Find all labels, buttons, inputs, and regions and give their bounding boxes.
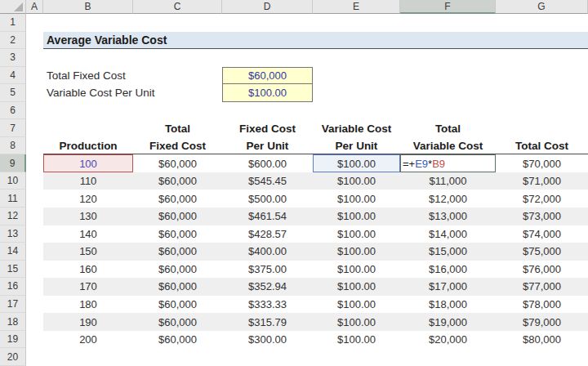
cell-A5[interactable]: [26, 84, 43, 102]
cell-A4[interactable]: [26, 67, 43, 85]
row-header-5[interactable]: 5: [0, 84, 26, 102]
total-fixed-cost-cell[interactable]: $60,000: [133, 278, 222, 296]
select-all-corner[interactable]: [0, 0, 26, 14]
total-cost-cell[interactable]: $71,000: [496, 172, 588, 190]
row-header-18[interactable]: 18: [0, 313, 26, 331]
total-fixed-cost-cell[interactable]: $60,000: [133, 296, 222, 314]
empty-cells[interactable]: [26, 102, 588, 120]
total-cost-cell[interactable]: $77,000: [496, 278, 588, 296]
fixed-cost-per-unit-cell[interactable]: $600.00: [222, 154, 313, 172]
total-fixed-cost-cell[interactable]: $60,000: [133, 313, 222, 331]
row-header-11[interactable]: 11: [0, 190, 26, 208]
cell-A8[interactable]: [26, 137, 43, 155]
total-fixed-cost-cell[interactable]: $60,000: [133, 208, 222, 225]
header-total-2[interactable]: Total: [400, 119, 496, 137]
cell-A13[interactable]: [26, 225, 43, 243]
header-per-unit[interactable]: Per Unit: [222, 137, 313, 155]
fixed-cost-per-unit-cell[interactable]: $333.33: [222, 296, 313, 314]
production-cell[interactable]: 170: [43, 278, 133, 296]
total-cost-cell[interactable]: $70,000: [496, 154, 588, 172]
cell-E9-reference-highlight[interactable]: $100.00: [313, 154, 400, 172]
cell-A9[interactable]: [26, 154, 43, 172]
cell-A7[interactable]: [26, 119, 43, 137]
header-fixed-cost[interactable]: Fixed Cost: [222, 119, 313, 137]
variable-cost-per-unit-cell[interactable]: $100.00: [313, 243, 400, 261]
row-header-16[interactable]: 16: [0, 278, 26, 296]
variable-cost-per-unit-cell[interactable]: $100.00: [313, 313, 400, 331]
production-cell[interactable]: 140: [43, 225, 133, 243]
column-header-C[interactable]: C: [133, 0, 222, 14]
row-header-15[interactable]: 15: [0, 261, 26, 279]
variable-cost-per-unit-cell[interactable]: $100.00: [313, 225, 400, 243]
cell-B9-reference-highlight[interactable]: 100: [43, 154, 133, 172]
cell-A2[interactable]: [26, 32, 43, 50]
total-variable-cost-cell[interactable]: $13,000: [400, 208, 496, 225]
header-variable-cost-2[interactable]: Variable Cost: [400, 137, 496, 155]
total-cost-cell[interactable]: $74,000: [496, 225, 588, 243]
total-fixed-cost-cell[interactable]: $60,000: [133, 172, 222, 190]
production-cell[interactable]: 150: [43, 243, 133, 261]
column-header-E[interactable]: E: [313, 0, 400, 14]
row-header-20[interactable]: 20: [0, 348, 26, 366]
total-variable-cost-cell[interactable]: $19,000: [400, 313, 496, 331]
cell-A18[interactable]: [26, 313, 43, 331]
total-variable-cost-cell[interactable]: $11,000: [400, 172, 496, 190]
production-cell[interactable]: 180: [43, 296, 133, 314]
row-header-4[interactable]: 4: [0, 67, 26, 85]
total-fixed-cost-cell[interactable]: $60,000: [133, 243, 222, 261]
header-total[interactable]: Total: [133, 119, 222, 137]
sheet-title-cell[interactable]: Average Variable Cost: [43, 32, 588, 50]
total-cost-cell[interactable]: $79,000: [496, 313, 588, 331]
production-cell[interactable]: 160: [43, 261, 133, 279]
row-header-13[interactable]: 13: [0, 225, 26, 243]
empty-cells[interactable]: [26, 348, 588, 366]
total-cost-cell[interactable]: $78,000: [496, 296, 588, 314]
variable-cost-per-unit-cell[interactable]: $100.00: [313, 278, 400, 296]
variable-cost-per-unit-cell[interactable]: $100.00: [313, 296, 400, 314]
fixed-cost-per-unit-cell[interactable]: $375.00: [222, 261, 313, 279]
total-variable-cost-cell[interactable]: $16,000: [400, 261, 496, 279]
total-cost-cell[interactable]: $80,000: [496, 331, 588, 349]
total-fixed-cost-cell[interactable]: $60,000: [133, 154, 222, 172]
fixed-cost-per-unit-cell[interactable]: $428.57: [222, 225, 313, 243]
fixed-cost-per-unit-cell[interactable]: $300.00: [222, 331, 313, 349]
total-fixed-cost-label[interactable]: Total Fixed Cost: [43, 67, 222, 85]
row-header-12[interactable]: 12: [0, 208, 26, 225]
total-variable-cost-cell[interactable]: $17,000: [400, 278, 496, 296]
production-cell[interactable]: 190: [43, 313, 133, 331]
empty-cells[interactable]: [313, 84, 588, 102]
empty-cells[interactable]: [26, 49, 588, 67]
row-header-2[interactable]: 2: [0, 32, 26, 50]
row-header-17[interactable]: 17: [0, 296, 26, 314]
row-header-9-selected[interactable]: 9: [0, 154, 26, 172]
cell-A14[interactable]: [26, 243, 43, 261]
row-header-7[interactable]: 7: [0, 119, 26, 137]
total-fixed-cost-cell[interactable]: $60,000: [133, 190, 222, 208]
variable-cost-per-unit-cell[interactable]: $100.00: [313, 172, 400, 190]
total-variable-cost-cell[interactable]: $18,000: [400, 296, 496, 314]
column-header-G[interactable]: G: [496, 0, 588, 14]
total-cost-cell[interactable]: $72,000: [496, 190, 588, 208]
header-fixed-cost-2[interactable]: Fixed Cost: [133, 137, 222, 155]
row-header-1[interactable]: 1: [0, 14, 26, 32]
total-cost-cell[interactable]: $73,000: [496, 208, 588, 225]
header-blank-B7[interactable]: [43, 119, 133, 137]
header-total-cost[interactable]: Total Cost: [496, 137, 588, 155]
fixed-cost-per-unit-cell[interactable]: $545.45: [222, 172, 313, 190]
production-cell[interactable]: 110: [43, 172, 133, 190]
cell-A12[interactable]: [26, 208, 43, 225]
row-header-10[interactable]: 10: [0, 172, 26, 190]
fixed-cost-per-unit-cell[interactable]: $352.94: [222, 278, 313, 296]
total-cost-cell[interactable]: $76,000: [496, 261, 588, 279]
total-cost-cell[interactable]: $75,000: [496, 243, 588, 261]
header-variable-cost[interactable]: Variable Cost: [313, 119, 400, 137]
production-cell[interactable]: 120: [43, 190, 133, 208]
header-production[interactable]: Production: [43, 137, 133, 155]
fixed-cost-per-unit-cell[interactable]: $315.79: [222, 313, 313, 331]
total-fixed-cost-cell[interactable]: $60,000: [133, 225, 222, 243]
fixed-cost-per-unit-cell[interactable]: $400.00: [222, 243, 313, 261]
total-variable-cost-cell[interactable]: $12,000: [400, 190, 496, 208]
header-blank-G7[interactable]: [496, 119, 588, 137]
empty-cells[interactable]: [313, 67, 588, 85]
cell-A16[interactable]: [26, 278, 43, 296]
